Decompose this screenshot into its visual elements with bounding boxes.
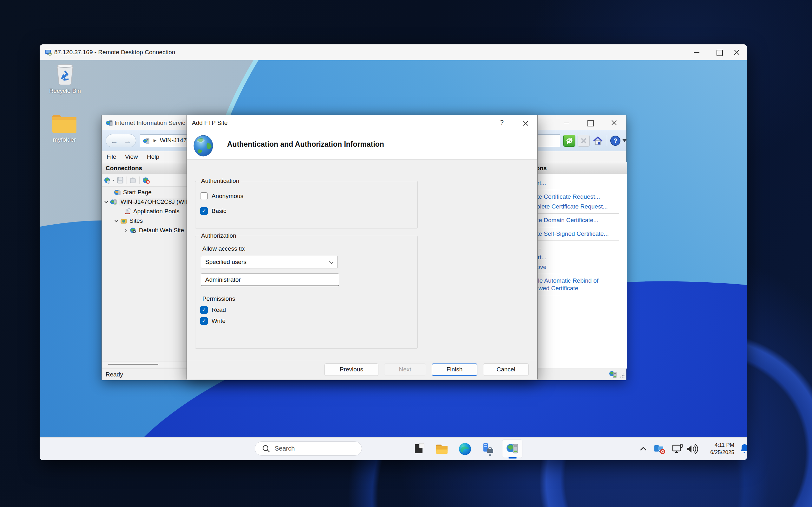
action-export[interactable]: Export...: [524, 253, 619, 261]
task-view-button[interactable]: [412, 442, 427, 456]
action-help[interactable]: Help: [524, 298, 619, 306]
basic-checkbox[interactable]: ✓: [200, 207, 208, 215]
action-import[interactable]: Import...: [524, 179, 619, 187]
save-icon[interactable]: [116, 176, 124, 184]
action-remove[interactable]: Remove: [524, 263, 619, 271]
collapse-chevron-icon[interactable]: [104, 199, 109, 205]
dialog-help-button[interactable]: ?: [496, 118, 507, 128]
help-dropdown-caret[interactable]: [622, 139, 627, 142]
back-button[interactable]: ←: [110, 136, 118, 146]
collapse-chevron-icon[interactable]: [114, 218, 119, 223]
create-connection-icon[interactable]: [104, 176, 114, 184]
anonymous-checkbox[interactable]: [200, 192, 208, 200]
menu-help[interactable]: Help: [147, 153, 159, 160]
authentication-group-label: Authentication: [199, 177, 241, 184]
iis-taskbar-icon: [506, 442, 519, 456]
allow-access-dropdown[interactable]: Specified users: [201, 256, 338, 268]
connections-horizontal-scrollbar[interactable]: [102, 361, 187, 367]
search-label: Search: [275, 445, 295, 452]
sites-folder-icon: [120, 217, 127, 224]
actions-separator: [524, 295, 619, 295]
cancel-button[interactable]: Cancel: [483, 363, 529, 376]
tree-item-server[interactable]: WIN-J147OHC2C8J (WIN: [102, 197, 187, 207]
desktop-icon-myfolder[interactable]: myfolder: [42, 113, 87, 143]
refresh-arrows-icon: [564, 135, 575, 147]
tree-item-default-web-site[interactable]: Default Web Site: [102, 226, 187, 235]
iis-status-icon: [609, 370, 618, 380]
dialog-title: Add FTP Site: [192, 119, 228, 126]
server-manager-button[interactable]: [481, 442, 496, 456]
write-checkbox[interactable]: ✓: [200, 317, 208, 325]
action-create-self-signed-certificate[interactable]: Create Self-Signed Certificate...: [524, 230, 619, 238]
iis-taskbar-tile[interactable]: [502, 440, 522, 458]
basic-checkbox-row[interactable]: ✓ Basic: [200, 207, 226, 215]
tray-chevron-up-icon[interactable]: [639, 446, 647, 452]
edge-icon: [458, 442, 472, 456]
action-enable-automatic-rebind[interactable]: Enable Automatic Rebind of Renewed Certi…: [524, 277, 616, 292]
help-button[interactable]: ?: [609, 135, 621, 147]
refresh-button[interactable]: [563, 135, 575, 147]
resize-grip[interactable]: [619, 373, 625, 378]
navigation-buttons: ← →: [106, 134, 136, 147]
menu-file[interactable]: File: [107, 153, 116, 160]
add-ftp-site-dialog: Add FTP Site ?: [187, 115, 538, 379]
actions-list: Import... Create Certificate Request... …: [524, 177, 619, 308]
server-icon: [143, 137, 150, 145]
action-complete-certificate-request[interactable]: Complete Certificate Request...: [524, 203, 619, 210]
allow-access-label: Allow access to:: [202, 245, 246, 252]
action-create-certificate-request[interactable]: Create Certificate Request...: [524, 193, 619, 201]
specified-users-input[interactable]: Administrator: [201, 274, 339, 286]
stop-x-icon: [578, 135, 589, 147]
write-checkbox-row[interactable]: ✓ Write: [200, 317, 225, 325]
remote-desktop: Recycle Bin myfolder Int: [40, 60, 747, 460]
file-explorer-button[interactable]: [435, 442, 449, 456]
menu-view[interactable]: View: [125, 153, 138, 160]
scrollbar-thumb[interactable]: [108, 364, 158, 365]
display-tray-icon[interactable]: [671, 443, 683, 455]
task-view-icon: [412, 442, 426, 456]
search-icon: [262, 445, 270, 453]
stop-button[interactable]: [577, 135, 590, 147]
rdp-titlebar[interactable]: 87.120.37.169 - Remote Desktop Connectio…: [40, 44, 747, 60]
iis-minimize-button[interactable]: [558, 115, 575, 130]
iis-close-button[interactable]: [605, 115, 623, 130]
finish-button[interactable]: Finish: [432, 363, 477, 376]
rdp-minimize-button[interactable]: [686, 44, 707, 60]
dialog-heading: Authentication and Authorization Informa…: [227, 140, 384, 149]
dialog-titlebar[interactable]: Add FTP Site ?: [187, 115, 537, 130]
action-view[interactable]: View...: [524, 244, 619, 251]
rename-icon[interactable]: [129, 176, 137, 184]
next-button: Next: [384, 363, 426, 376]
tree-item-start-page[interactable]: Start Page: [102, 187, 187, 197]
edge-browser-button[interactable]: [458, 442, 472, 456]
breadcrumb-arrow-icon: ▶: [154, 138, 156, 143]
remove-connection-icon[interactable]: [142, 176, 151, 184]
toolbar-divider: [139, 176, 140, 184]
previous-button[interactable]: Previous: [324, 363, 378, 376]
expand-chevron-icon[interactable]: [123, 228, 129, 233]
tree-item-label: Application Pools: [133, 208, 180, 215]
clock-time: 4:11 PM: [693, 441, 734, 449]
tree-item-sites[interactable]: Sites: [102, 216, 187, 226]
anonymous-checkbox-row[interactable]: Anonymous: [200, 192, 243, 200]
dialog-close-button[interactable]: [520, 118, 531, 128]
read-checkbox[interactable]: ✓: [200, 306, 208, 314]
action-create-domain-certificate[interactable]: Create Domain Certificate...: [524, 216, 619, 224]
connections-toolbar: [102, 174, 187, 187]
rdp-close-button[interactable]: [726, 44, 747, 60]
taskbar-clock[interactable]: 4:11 PM 6/25/2025: [693, 441, 734, 456]
desktop-icon-recycle-bin[interactable]: Recycle Bin: [43, 63, 87, 95]
breadcrumb-node[interactable]: WIN-J147: [160, 137, 187, 144]
notification-bell-icon[interactable]: [739, 443, 747, 455]
iis-maximize-button[interactable]: [581, 115, 599, 130]
tree-item-application-pools[interactable]: Application Pools: [102, 207, 187, 216]
svg-text:?: ?: [613, 137, 617, 144]
read-checkbox-row[interactable]: ✓ Read: [200, 306, 226, 314]
taskbar-search[interactable]: Search: [255, 441, 362, 456]
network-status-icon[interactable]: [653, 443, 666, 455]
permissions-label: Permissions: [202, 295, 235, 302]
dialog-header-band: Authentication and Authorization Informa…: [187, 130, 537, 160]
forward-button[interactable]: →: [124, 136, 131, 146]
application-pools-icon: [124, 208, 131, 215]
home-button[interactable]: [592, 135, 604, 147]
